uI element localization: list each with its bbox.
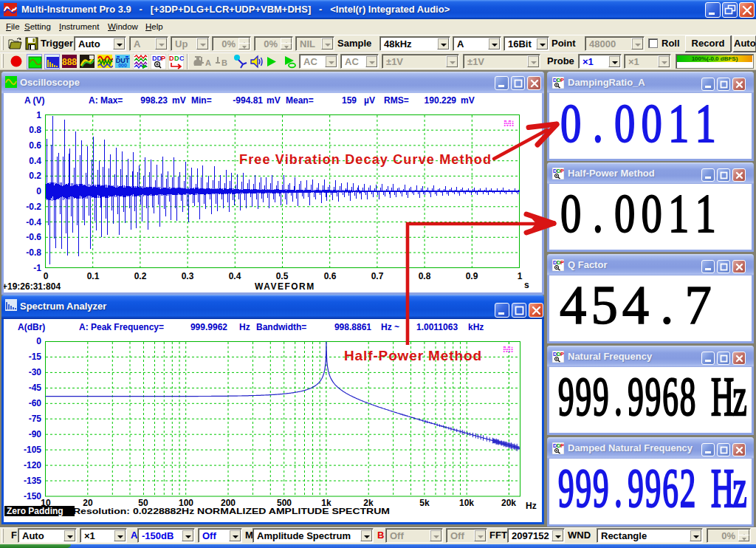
svg-text:Free Vibration Decay Curve Met: Free Vibration Decay Curve Method <box>239 152 491 167</box>
svg-text:Half-Power Method: Half-Power Method <box>344 348 481 363</box>
